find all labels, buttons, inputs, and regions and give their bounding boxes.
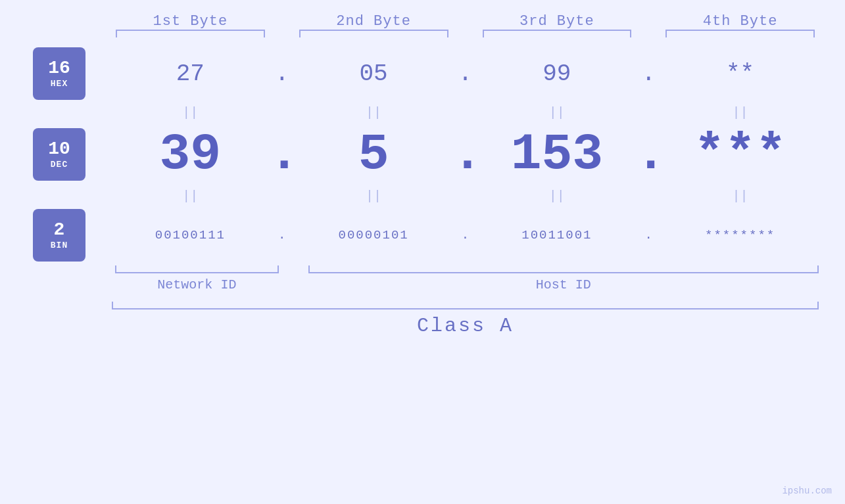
byte-header-4: 4th Byte xyxy=(662,13,819,30)
hex-badge: 16 HEX xyxy=(33,47,85,100)
hex-dot-1: . xyxy=(269,60,295,87)
dec-row: 10 DEC 39 . 5 . 153 . *** xyxy=(26,126,819,183)
equals-row-1: || || || || xyxy=(26,105,819,120)
bin-dot-3: . xyxy=(635,228,662,242)
network-id-bracket: Network ID xyxy=(112,265,282,292)
hex-badge-num: 16 xyxy=(48,58,70,79)
host-id-bracket: Host ID xyxy=(308,265,819,292)
eq2-4: || xyxy=(662,189,819,204)
byte-header-2: 2nd Byte xyxy=(295,13,452,30)
byte-header-1: 1st Byte xyxy=(112,13,269,30)
eq1-2: || xyxy=(295,105,452,120)
bin-dot-2: . xyxy=(452,228,479,242)
bin-val-3: 10011001 xyxy=(479,228,636,242)
bin-badge: 2 BIN xyxy=(33,209,85,262)
hex-val-4: ** xyxy=(662,60,819,87)
top-brackets-row xyxy=(26,30,819,37)
bin-dot-1: . xyxy=(269,228,295,242)
dec-badge-container: 10 DEC xyxy=(26,128,112,181)
network-bracket-line xyxy=(115,265,279,273)
hex-dot-3: . xyxy=(635,60,662,87)
eq1-3: || xyxy=(479,105,636,120)
bin-row: 2 BIN 00100111 . 00000101 . 10011001 . *… xyxy=(26,209,819,262)
hex-badge-container: 16 HEX xyxy=(26,47,112,100)
bin-val-4: ******** xyxy=(662,228,819,242)
host-id-label: Host ID xyxy=(536,277,591,292)
dec-val-3: 153 xyxy=(479,129,636,180)
equals-row-2: || || || || xyxy=(26,189,819,204)
bottom-brackets-row: Network ID Host ID xyxy=(26,265,819,292)
watermark: ipshu.com xyxy=(782,486,832,496)
main-container: 1st Byte 2nd Byte 3rd Byte 4th Byte 16 H… xyxy=(0,0,845,504)
bin-val-2: 00000101 xyxy=(295,228,452,242)
class-label: Class A xyxy=(112,315,819,337)
hex-val-2: 05 xyxy=(295,60,452,87)
dec-badge-num: 10 xyxy=(48,139,70,160)
top-bracket-3 xyxy=(483,30,632,37)
hex-val-1: 27 xyxy=(112,60,269,87)
eq2-2: || xyxy=(295,189,452,204)
hex-row: 16 HEX 27 . 05 . 99 . ** xyxy=(26,47,819,100)
byte-headers-row: 1st Byte 2nd Byte 3rd Byte 4th Byte xyxy=(26,13,819,30)
bin-badge-label: BIN xyxy=(51,241,68,250)
top-bracket-4 xyxy=(665,30,815,37)
dec-dot-3: . xyxy=(635,126,662,183)
dec-dot-2: . xyxy=(452,126,479,183)
eq1-4: || xyxy=(662,105,819,120)
top-bracket-1 xyxy=(116,30,265,37)
dec-val-4: *** xyxy=(662,129,819,180)
byte-header-3: 3rd Byte xyxy=(479,13,636,30)
eq2-3: || xyxy=(479,189,636,204)
top-bracket-2 xyxy=(299,30,448,37)
dec-badge: 10 DEC xyxy=(33,128,85,181)
network-id-label: Network ID xyxy=(157,277,236,292)
host-bracket-line xyxy=(308,265,819,273)
class-bracket-line xyxy=(112,302,819,309)
class-section: Class A xyxy=(26,302,819,337)
dec-dot-1: . xyxy=(269,126,295,183)
hex-dot-2: . xyxy=(452,60,479,87)
dec-val-2: 5 xyxy=(295,129,452,180)
dec-val-1: 39 xyxy=(112,129,269,180)
bin-badge-container: 2 BIN xyxy=(26,209,112,262)
hex-val-3: 99 xyxy=(479,60,636,87)
hex-badge-label: HEX xyxy=(51,79,68,89)
bin-badge-num: 2 xyxy=(54,220,65,241)
bin-val-1: 00100111 xyxy=(112,228,269,242)
eq2-1: || xyxy=(112,189,269,204)
eq1-1: || xyxy=(112,105,269,120)
dec-badge-label: DEC xyxy=(51,160,68,170)
